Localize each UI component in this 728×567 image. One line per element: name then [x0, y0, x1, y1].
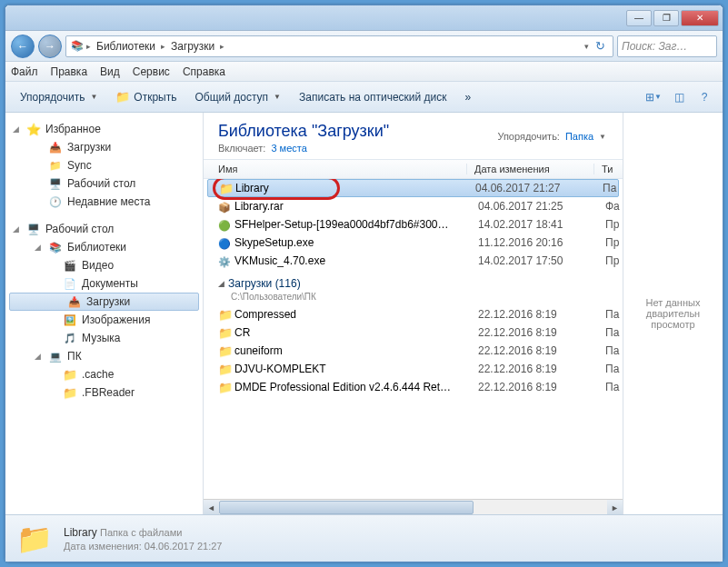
collapse-icon[interactable]: ◢ — [218, 279, 224, 288]
search-input[interactable]: Поиск: Заг… — [617, 35, 717, 57]
sidebar: ◢ Избранное Загрузки Sync Рабочий стол Н… — [5, 113, 204, 514]
collapse-icon[interactable]: ◢ — [35, 243, 44, 252]
collapse-icon[interactable]: ◢ — [13, 224, 22, 234]
menu-help[interactable]: Справка — [183, 65, 225, 78]
file-type: Пр — [605, 218, 619, 231]
sidebar-item[interactable]: Изображения — [5, 311, 203, 329]
breadcrumb-libraries[interactable]: Библиотеки — [93, 40, 159, 53]
view-options-icon[interactable]: ⊞▼ — [643, 86, 664, 108]
breadcrumb[interactable]: ▸ Библиотеки ▸ Загрузки ▸ ▾ ↻ — [65, 35, 613, 57]
file-row[interactable]: Compressed22.12.2016 8:19Па — [204, 305, 623, 323]
explorer-window: — ❐ ✕ ← → ▸ Библиотеки ▸ Загрузки ▸ ▾ ↻ … — [5, 5, 723, 562]
file-name: DJVU-KOMPLEKT — [234, 363, 478, 375]
collapse-icon[interactable]: ◢ — [13, 124, 22, 134]
sidebar-item[interactable]: Загрузки — [5, 138, 203, 156]
file-row[interactable]: SkypeSetup.exe11.12.2016 20:16Пр — [204, 234, 623, 252]
file-row[interactable]: CR22.12.2016 8:19Па — [204, 323, 623, 342]
collapse-icon[interactable]: ◢ — [35, 352, 44, 361]
file-row[interactable]: DMDE Professional Edition v2.4.6.444 Ret… — [204, 378, 623, 396]
sort-value[interactable]: Папка — [565, 131, 593, 142]
minimize-button[interactable]: — — [626, 10, 652, 26]
video-icon — [63, 258, 77, 273]
sidebar-item[interactable]: Документы — [5, 274, 203, 293]
file-type: Па — [605, 363, 619, 375]
column-type[interactable]: Ти — [594, 164, 623, 174]
maximize-button[interactable]: ❐ — [653, 10, 679, 26]
folder-icon — [218, 381, 234, 394]
chevron-right-icon[interactable]: ▸ — [161, 42, 165, 51]
forward-button[interactable]: → — [38, 35, 62, 58]
file-row[interactable]: cuneiform22.12.2016 8:19Па — [204, 342, 623, 360]
scroll-left-arrow[interactable]: ◄ — [204, 500, 219, 514]
breadcrumb-dropdown-icon[interactable]: ▾ — [584, 42, 589, 51]
pc-icon — [48, 349, 63, 363]
file-date: 14.02.2017 17:50 — [478, 254, 605, 267]
sidebar-item-label: Sync — [67, 159, 92, 172]
sidebar-item[interactable]: Рабочий стол — [5, 174, 203, 193]
preview-text: Нет данных дварительн просмотр — [631, 297, 715, 330]
breadcrumb-downloads[interactable]: Загрузки — [167, 40, 218, 53]
open-button[interactable]: Открыть — [108, 86, 184, 108]
sidebar-item[interactable]: .cache — [5, 365, 203, 383]
sidebar-label: Избранное — [45, 123, 101, 135]
folder-icon — [63, 385, 77, 400]
file-date: 22.12.2016 8:19 — [478, 344, 605, 357]
sidebar-item[interactable]: Музыка — [5, 329, 203, 347]
group-path: C:\Пользователи\ПК — [204, 292, 623, 302]
titlebar[interactable]: — ❐ ✕ — [5, 5, 723, 31]
main-panel: Библиотека "Загрузки" Включает: 3 места … — [204, 113, 623, 514]
menu-tools[interactable]: Сервис — [133, 65, 170, 78]
scroll-right-arrow[interactable]: ► — [607, 500, 623, 514]
share-button[interactable]: Общий доступ▼ — [187, 87, 288, 107]
toolbar: Упорядочить▼ Открыть Общий доступ▼ Запис… — [5, 82, 723, 113]
file-date: 04.06.2017 21:27 — [475, 182, 603, 194]
more-button[interactable]: » — [458, 87, 479, 107]
file-row[interactable]: DJVU-KOMPLEKT22.12.2016 8:19Па — [204, 360, 623, 378]
file-name: SkypeSetup.exe — [234, 236, 478, 249]
navigation-bar: ← → ▸ Библиотеки ▸ Загрузки ▸ ▾ ↻ Поиск:… — [5, 31, 723, 62]
group-header[interactable]: ◢ Загрузки (116) — [204, 270, 623, 292]
sidebar-item[interactable]: Загрузки — [9, 293, 199, 311]
sidebar-item[interactable]: Видео — [5, 256, 203, 274]
sidebar-desktop[interactable]: ◢ Рабочий стол — [5, 220, 203, 238]
back-button[interactable]: ← — [11, 35, 35, 58]
includes-link[interactable]: 3 места — [271, 143, 306, 154]
chevron-down-icon[interactable]: ▼ — [599, 133, 606, 141]
sidebar-pc[interactable]: ◢ ПК — [5, 347, 203, 365]
close-button[interactable]: ✕ — [681, 10, 719, 26]
file-name: CR — [234, 326, 478, 339]
menu-edit[interactable]: Правка — [51, 65, 88, 78]
file-row[interactable]: Library.rar04.06.2017 21:25Фа — [204, 197, 623, 215]
chevron-right-icon[interactable]: ▸ — [86, 42, 91, 51]
sidebar-item-label: Загрузки — [67, 141, 111, 154]
sort-label: Упорядочить: — [497, 131, 560, 142]
file-row[interactable]: SFHelper-Setup-[199ea000d4bf7db6#300…14.… — [204, 215, 623, 234]
column-date[interactable]: Дата изменения — [467, 164, 594, 174]
file-row[interactable]: VKMusic_4.70.exe14.02.2017 17:50Пр — [204, 252, 623, 270]
preview-pane-icon[interactable]: ◫ — [668, 86, 690, 108]
sidebar-item[interactable]: .FBReader — [5, 383, 203, 402]
scroll-thumb[interactable] — [219, 501, 474, 514]
help-icon[interactable]: ? — [693, 86, 715, 108]
folder-icon — [218, 344, 234, 358]
chevron-right-icon[interactable]: ▸ — [220, 42, 224, 51]
clock-icon — [48, 194, 63, 209]
breadcrumb-root-icon[interactable] — [70, 39, 85, 54]
sidebar-item-label: .cache — [82, 368, 114, 381]
folder-icon — [218, 326, 234, 340]
rar-icon — [218, 200, 234, 214]
organize-button[interactable]: Упорядочить▼ — [13, 87, 105, 107]
sidebar-item[interactable]: Недавние места — [5, 193, 203, 211]
burn-button[interactable]: Записать на оптический диск — [292, 87, 454, 107]
menu-view[interactable]: Вид — [100, 65, 120, 78]
sidebar-libraries[interactable]: ◢ Библиотеки — [5, 238, 203, 256]
column-headers: Имя Дата изменения Ти — [204, 159, 623, 179]
horizontal-scrollbar[interactable]: ◄ ► — [204, 499, 623, 514]
sidebar-item[interactable]: Sync — [5, 156, 203, 174]
refresh-button[interactable]: ↻ — [591, 39, 609, 53]
file-row[interactable]: Library04.06.2017 21:27Па — [207, 179, 619, 197]
column-name[interactable]: Имя — [204, 164, 467, 174]
folder-icon — [219, 182, 235, 195]
menu-file[interactable]: Файл — [11, 65, 38, 78]
sidebar-favorites[interactable]: ◢ Избранное — [5, 120, 203, 138]
